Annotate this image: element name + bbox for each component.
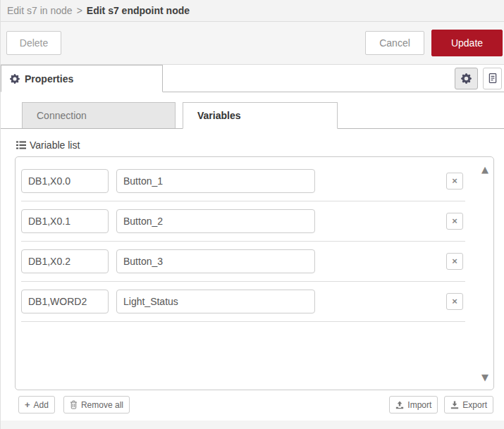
document-icon bbox=[488, 73, 498, 84]
variable-row: × bbox=[21, 201, 465, 242]
list-footer: + Add Remove all Import bbox=[18, 396, 493, 414]
scroll-down-icon[interactable]: ▼ bbox=[481, 373, 488, 382]
remove-row-button[interactable]: × bbox=[446, 173, 463, 189]
breadcrumb-parent[interactable]: Edit s7 in node bbox=[7, 5, 73, 16]
editor-tabbar-buttons bbox=[455, 65, 504, 92]
edit-node-dialog: Edit s7 in node > Edit s7 endpoint node … bbox=[0, 0, 504, 429]
export-button-label: Export bbox=[462, 400, 487, 410]
import-button-label: Import bbox=[407, 400, 431, 410]
variable-list-container: × × × × ▲ ▼ bbox=[15, 156, 494, 390]
properties-panel: Connection Variables Variable list × × ×… bbox=[1, 102, 504, 414]
variable-name-input[interactable] bbox=[116, 169, 315, 193]
variable-address-input[interactable] bbox=[21, 249, 109, 273]
list-icon bbox=[16, 141, 26, 149]
gear-icon bbox=[461, 73, 472, 84]
scrollbar[interactable]: ▲ ▼ bbox=[478, 158, 492, 388]
import-button[interactable]: Import bbox=[389, 396, 438, 414]
footer-right-group: Import Export bbox=[389, 396, 493, 414]
variable-address-input[interactable] bbox=[21, 209, 109, 233]
editor-tabbar: Properties bbox=[1, 65, 504, 92]
variable-address-input[interactable] bbox=[21, 290, 109, 313]
variable-list-title: Variable list bbox=[16, 139, 504, 151]
tab-variables[interactable]: Variables bbox=[183, 102, 338, 129]
breadcrumb-separator: > bbox=[77, 5, 82, 16]
variable-list-label: Variable list bbox=[30, 139, 80, 151]
gear-icon bbox=[10, 74, 20, 84]
scroll-up-icon[interactable]: ▲ bbox=[481, 165, 488, 174]
update-button[interactable]: Update bbox=[431, 30, 503, 56]
remove-row-button[interactable]: × bbox=[446, 253, 463, 270]
breadcrumb-current: Edit s7 endpoint node bbox=[87, 5, 190, 16]
tab-properties[interactable]: Properties bbox=[1, 65, 163, 92]
toolbar-right-group: Cancel Update bbox=[365, 30, 503, 56]
remove-all-button[interactable]: Remove all bbox=[63, 396, 130, 414]
variable-row: × bbox=[21, 242, 465, 282]
cancel-button[interactable]: Cancel bbox=[365, 31, 424, 55]
subtabs: Connection Variables bbox=[1, 102, 504, 129]
remove-all-button-label: Remove all bbox=[81, 400, 123, 410]
remove-row-button[interactable]: × bbox=[446, 293, 463, 310]
upload-icon bbox=[395, 401, 404, 409]
tab-connection[interactable]: Connection bbox=[22, 102, 176, 128]
plus-icon: + bbox=[25, 399, 30, 410]
download-icon bbox=[450, 401, 459, 409]
variable-row: × bbox=[21, 161, 465, 201]
breadcrumb: Edit s7 in node > Edit s7 endpoint node bbox=[1, 0, 504, 22]
tray-toolbar: Delete Cancel Update bbox=[1, 22, 504, 65]
window-bottom-strip bbox=[1, 421, 504, 429]
node-settings-button[interactable] bbox=[455, 68, 478, 89]
variable-name-input[interactable] bbox=[116, 249, 315, 273]
node-description-button[interactable] bbox=[483, 68, 502, 89]
variable-address-input[interactable] bbox=[21, 169, 109, 193]
add-button-label: Add bbox=[34, 400, 49, 410]
remove-row-button[interactable]: × bbox=[446, 213, 463, 230]
tab-properties-label: Properties bbox=[25, 73, 73, 85]
add-button[interactable]: + Add bbox=[18, 396, 55, 414]
delete-button[interactable]: Delete bbox=[6, 31, 61, 55]
variable-rows: × × × × bbox=[16, 157, 493, 322]
variable-name-input[interactable] bbox=[116, 290, 315, 313]
variable-row: × bbox=[21, 282, 465, 322]
variable-name-input[interactable] bbox=[116, 209, 315, 233]
export-button[interactable]: Export bbox=[444, 396, 493, 414]
trash-icon bbox=[70, 400, 78, 409]
